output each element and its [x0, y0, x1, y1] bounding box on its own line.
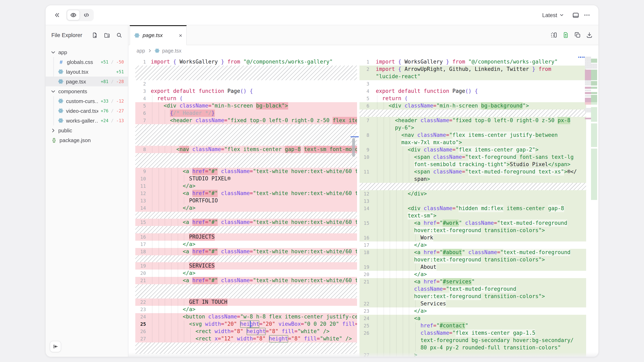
- diff-line-new-wrap[interactable]: span>: [360, 175, 586, 183]
- new-folder-button[interactable]: [103, 31, 111, 39]
- diff-line-new-18[interactable]: 18 <a href="#about" className="text-mute…: [360, 249, 586, 256]
- diff-line-new-4[interactable]: 4export default function Page() {: [360, 87, 586, 95]
- sidebar-file-custom-curs-[interactable]: custom-curs…+33 / -12: [57, 96, 128, 106]
- sidebar-folder-public[interactable]: public: [50, 125, 128, 135]
- diff-line-new-2[interactable]: 2import { ArrowUpRight, Github, Linkedin…: [360, 65, 586, 73]
- diff-line-new-9[interactable]: 9 <div className="flex items-center gap-…: [360, 146, 586, 153]
- chevrons-left-button[interactable]: [51, 9, 63, 21]
- new-folder-icon: [104, 32, 110, 38]
- diff-line-new-21[interactable]: 21 <a href="#services": [360, 278, 586, 286]
- diff-line-old-3[interactable]: 3export default function Page() {: [135, 87, 357, 95]
- diff-line-old-27[interactable]: 27 <rect x="12" width="8" height="8" fil…: [135, 335, 357, 343]
- diff-line-new-wrap[interactable]: 80 px-4 py-2 rounded-full transition-col…: [360, 344, 586, 352]
- breadcrumb-file[interactable]: page.tsx: [162, 48, 182, 54]
- diff-line-new-5[interactable]: 5 return (: [360, 95, 586, 102]
- diff-line-new-12[interactable]: 12 </div>: [360, 190, 586, 198]
- diff-line-old-1[interactable]: 1import { WorksGallery } from "@/compone…: [135, 58, 357, 65]
- diff-line-old-19[interactable]: 19 SERVICES: [135, 262, 357, 270]
- file-diff-button[interactable]: [562, 32, 569, 38]
- diff-line-new-wrap[interactable]: text-sm">: [360, 212, 586, 220]
- diff-line-old-24[interactable]: 24 <button className="w-8 h-8 flex items…: [135, 313, 357, 321]
- diff-line-new-26[interactable]: 26 className="flex items-center gap-1.5: [360, 330, 586, 337]
- diff-line-old-25[interactable]: 25 <svg width="20" height="20" viewBox="…: [135, 321, 357, 328]
- diff-line-old-18[interactable]: 18 <a href="#" className="text-white hov…: [135, 248, 357, 255]
- diff-line-new-wrap[interactable]: max-w-7xl mx-auto">: [360, 139, 586, 146]
- diff-line-old-9[interactable]: 9 <a href="#" className="text-white hove…: [135, 168, 357, 175]
- code-toggle-button[interactable]: [80, 10, 93, 20]
- sidebar-file-video-card-tsx[interactable]: video-card.tsx+76 / -27: [57, 106, 128, 116]
- diff-line-old-5[interactable]: 5 <div className="min-h-screen bg-black"…: [135, 102, 357, 109]
- diff-line-new-6[interactable]: 6 <div className="min-h-screen bg-backgr…: [360, 102, 586, 109]
- collapse-sidebar-button[interactable]: [50, 341, 61, 352]
- diff-line-old-23[interactable]: 23 </a>: [135, 306, 357, 313]
- diff-minimap[interactable]: [585, 57, 597, 357]
- diff-line-new-wrap[interactable]: text-foreground bg-secondary hover:bg-se…: [360, 337, 586, 344]
- diff-line-old-7[interactable]: 7 <header className="fixed top-0 left-0 …: [135, 117, 357, 124]
- diff-line-new-22[interactable]: 22 Services: [360, 300, 586, 308]
- diff-line-new-wrap[interactable]: font-semibold tracking-tight">Studio Pix…: [360, 161, 586, 168]
- new-file-button[interactable]: [90, 31, 99, 39]
- diff-line-new-24[interactable]: 24 <a: [360, 315, 586, 322]
- diff-line-new-20[interactable]: 20 </a>: [360, 271, 586, 278]
- diff-line-new-wrap[interactable]: hover:text-foreground transition-colors"…: [360, 293, 586, 300]
- split-view-icon: [551, 32, 557, 38]
- diff-line-old-20[interactable]: 20 </a>: [135, 270, 357, 277]
- sidebar-file-page-tsx[interactable]: page.tsx+81 / -28: [57, 76, 128, 86]
- version-selector[interactable]: Latest: [542, 12, 564, 18]
- diff-line-new-wrap[interactable]: className="text-muted-foreground: [360, 286, 586, 293]
- diff-line-old-10[interactable]: 10 STUDIO PIXEL®: [135, 175, 357, 182]
- diff-line-new-wrap[interactable]: py-6">: [360, 124, 586, 131]
- diff-line-new-7[interactable]: 7 <header className="fixed top-0 left-0 …: [360, 117, 586, 124]
- diff-line-old-16[interactable]: 16 PROJECTS: [135, 233, 357, 241]
- diff-line-old-15[interactable]: 15 <a href="#" className="text-white hov…: [135, 219, 357, 226]
- sidebar-folder-components[interactable]: components: [50, 86, 128, 96]
- diff-line-old-12[interactable]: 12 <a href="#" className="text-white hov…: [135, 190, 357, 197]
- diff-line-old-8[interactable]: 8 <nav className="flex items-center gap-…: [135, 146, 357, 153]
- diff-line-new-wrap[interactable]: hover:text-foreground transition-colors"…: [360, 256, 586, 264]
- diff-line-old-22[interactable]: 22 GET IN TOUCH: [135, 299, 357, 306]
- download-button[interactable]: [586, 32, 593, 38]
- breadcrumb-root[interactable]: app: [136, 48, 145, 54]
- diff-line-old-4[interactable]: 4 return (: [135, 95, 357, 102]
- sidebar-file-layout-tsx[interactable]: layout.tsx+51: [57, 67, 128, 76]
- diff-line-new-13[interactable]: 13: [360, 198, 586, 205]
- diff-pane-old: 1import { WorksGallery } from "@/compone…: [135, 58, 357, 354]
- diff-line-new-1[interactable]: 1import { WorksGallery } from "@/compone…: [360, 58, 586, 65]
- sidebar-file-package-json[interactable]: {}package.json: [50, 135, 128, 145]
- diff-line-old-14[interactable]: 14 </a>: [135, 204, 357, 212]
- diff-line-old-26[interactable]: 26 <rect width="8" height="8" fill="whit…: [135, 328, 357, 335]
- diff-line-new-23[interactable]: 23 </a>: [360, 308, 586, 315]
- vertical-scrollbar[interactable]: [352, 138, 355, 157]
- diff-line-new-15[interactable]: 15 <a href="#work" className="text-muted…: [360, 220, 586, 227]
- diff-line-old-2[interactable]: 2: [135, 80, 357, 87]
- diff-line-new-19[interactable]: 19 About: [360, 264, 586, 271]
- tab-page-tsx[interactable]: page.tsx ×: [130, 25, 187, 45]
- search-button[interactable]: [115, 31, 123, 39]
- copy-button[interactable]: [574, 32, 581, 38]
- diff-line-new-11[interactable]: 11 <span className="text-muted-foregroun…: [360, 168, 586, 175]
- diff-line-new-wrap[interactable]: "lucide-react": [360, 73, 586, 80]
- diff-line-old-13[interactable]: 13 PORTFOLIO: [135, 197, 357, 204]
- panel-bottom-button[interactable]: [570, 9, 581, 21]
- sidebar-file-works-galler-[interactable]: works-galler…+24 / -13: [57, 116, 128, 125]
- diff-line-new-25[interactable]: 25 href="#contact": [360, 322, 586, 330]
- split-view-button[interactable]: [551, 32, 557, 38]
- diff-line-old-17[interactable]: 17 </a>: [135, 241, 357, 248]
- sidebar-folder-app[interactable]: app: [50, 47, 128, 57]
- preview-toggle-button[interactable]: [67, 10, 80, 20]
- close-tab-button[interactable]: ×: [179, 32, 182, 38]
- diff-line-new-17[interactable]: 17 </a>: [360, 242, 586, 249]
- diff-line-new-10[interactable]: 10 <span className="text-foreground font…: [360, 153, 586, 161]
- diff-line-old-11[interactable]: 11 </a>: [135, 182, 357, 190]
- diff-line-new-14[interactable]: 14 <div className="hidden md:flex items-…: [360, 205, 586, 212]
- diff-line-new-3[interactable]: 3: [360, 80, 586, 87]
- new-file-icon: [92, 32, 98, 38]
- more-options-button[interactable]: [581, 9, 593, 21]
- diff-line-new-wrap[interactable]: hover:text-foreground transition-colors"…: [360, 227, 586, 234]
- diff-line-old-6[interactable]: 6 {/* Header */}: [135, 109, 357, 117]
- diff-line-new-16[interactable]: 16 Work: [360, 234, 586, 242]
- diff-line-new-8[interactable]: 8 <nav className="flex items-center just…: [360, 131, 586, 139]
- diff-line-old-21[interactable]: 21 <a href="#" className="text-white hov…: [135, 277, 357, 284]
- sidebar-file-globals-css[interactable]: #globals.css+51 / -50: [57, 57, 128, 67]
- css-file-icon: #: [58, 59, 64, 65]
